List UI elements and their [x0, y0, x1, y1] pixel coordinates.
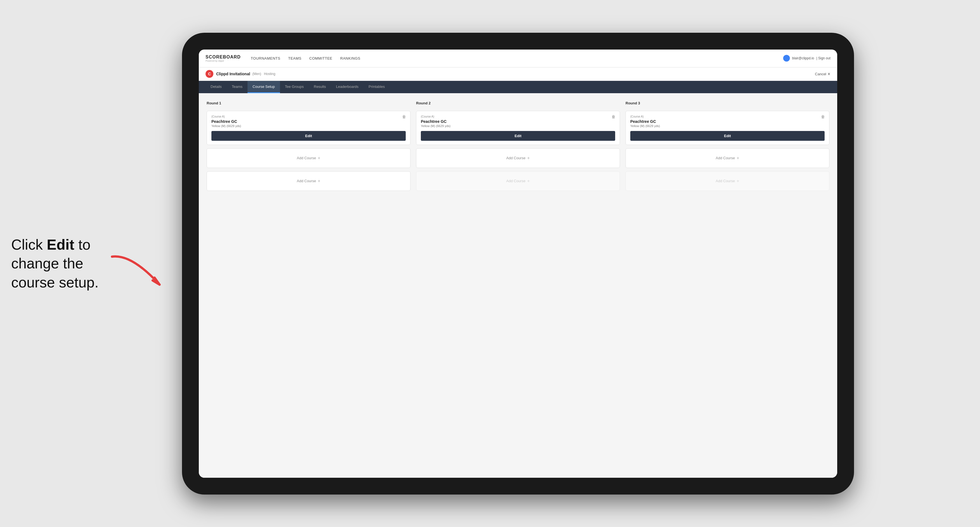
nav-committee[interactable]: COMMITTEE: [309, 56, 332, 60]
logo-sub: Powered by clippd: [205, 60, 241, 62]
main-content: Round 1 (Course A) Peachtree GC Yellow (…: [199, 93, 837, 478]
logo-area: SCOREBOARD Powered by clippd: [205, 55, 241, 62]
round-1-course-tag: (Course A): [212, 115, 406, 118]
round-1-delete-icon[interactable]: 🗑: [401, 114, 407, 119]
nav-rankings[interactable]: RANKINGS: [340, 56, 360, 60]
tournament-gender: (Men): [252, 72, 261, 76]
tab-course-setup[interactable]: Course Setup: [248, 81, 280, 93]
round-3-label: Round 3: [625, 101, 829, 105]
round-2-course-tag: (Course A): [421, 115, 615, 118]
round-1-course-name: Peachtree GC: [212, 119, 406, 124]
round-2-course-card: (Course A) Peachtree GC Yellow (M) (6629…: [416, 111, 620, 145]
cancel-button[interactable]: Cancel ✕: [815, 72, 830, 76]
round-2-add-course-1[interactable]: Add Course +: [416, 148, 620, 168]
add-course-text: Add Course +: [297, 156, 320, 160]
user-email: blair@clippd.io: [792, 56, 814, 60]
nav-teams[interactable]: TEAMS: [288, 56, 301, 60]
plus-icon: +: [318, 156, 320, 160]
round-1-course-card: (Course A) Peachtree GC Yellow (M) (6629…: [207, 111, 410, 145]
round-2-delete-icon[interactable]: 🗑: [611, 114, 616, 119]
round-3-course-card: (Course A) Peachtree GC Yellow (M) (6629…: [625, 111, 829, 145]
round-2-edit-button[interactable]: Edit: [421, 131, 615, 141]
round-3-column: Round 3 (Course A) Peachtree GC Yellow (…: [625, 101, 829, 191]
user-avatar: [783, 55, 790, 62]
round-3-course-tag: (Course A): [630, 115, 825, 118]
tab-results[interactable]: Results: [309, 81, 331, 93]
round-2-course-name: Peachtree GC: [421, 119, 615, 124]
bold-edit: Edit: [47, 236, 74, 252]
round-1-edit-button[interactable]: Edit: [212, 131, 406, 141]
tab-tee-groups[interactable]: Tee Groups: [280, 81, 309, 93]
round-3-course-tee: Yellow (M) (6629 yds): [630, 124, 825, 128]
tab-details[interactable]: Details: [205, 81, 227, 93]
add-course-text-r2: Add Course +: [506, 156, 530, 160]
add-course-text-r3: Add Course +: [716, 156, 739, 160]
round-3-course-name: Peachtree GC: [630, 119, 825, 124]
nav-links: TOURNAMENTS TEAMS COMMITTEE RANKINGS: [251, 56, 783, 60]
round-2-add-course-2: Add Course +: [416, 171, 620, 191]
round-1-column: Round 1 (Course A) Peachtree GC Yellow (…: [207, 101, 410, 191]
round-3-add-course-1[interactable]: Add Course +: [625, 148, 829, 168]
plus-icon-2: +: [318, 179, 320, 184]
tab-bar: Details Teams Course Setup Tee Groups Re…: [199, 81, 837, 93]
round-2-column: Round 2 (Course A) Peachtree GC Yellow (…: [416, 101, 620, 191]
round-1-course-tee: Yellow (M) (6629 yds): [212, 124, 406, 128]
close-icon: ✕: [827, 72, 830, 76]
tournament-status: Hosting: [264, 72, 275, 76]
tablet-device: SCOREBOARD Powered by clippd TOURNAMENTS…: [182, 33, 854, 495]
round-2-course-tee: Yellow (M) (6629 yds): [421, 124, 615, 128]
round-1-add-course-2[interactable]: Add Course +: [207, 171, 410, 191]
tournament-name: Clippd Invitational: [216, 71, 250, 76]
top-nav: SCOREBOARD Powered by clippd TOURNAMENTS…: [199, 49, 837, 67]
plus-icon-r3: +: [737, 156, 739, 160]
plus-icon-r2-2: +: [527, 179, 530, 184]
add-course-text-r3-2: Add Course +: [716, 179, 739, 184]
add-course-text-r2-2: Add Course +: [506, 179, 530, 184]
nav-tournaments[interactable]: TOURNAMENTS: [251, 56, 280, 60]
plus-icon-r2: +: [527, 156, 530, 160]
tablet-screen: SCOREBOARD Powered by clippd TOURNAMENTS…: [199, 49, 837, 478]
tab-leaderboards[interactable]: Leaderboards: [331, 81, 363, 93]
tournament-logo: C: [205, 70, 213, 78]
logo-scoreboard: SCOREBOARD: [205, 55, 241, 60]
tab-printables[interactable]: Printables: [363, 81, 390, 93]
round-2-label: Round 2: [416, 101, 620, 105]
sign-out-link[interactable]: | Sign out: [816, 56, 830, 60]
rounds-grid: Round 1 (Course A) Peachtree GC Yellow (…: [207, 101, 829, 191]
round-1-label: Round 1: [207, 101, 410, 105]
round-3-edit-button[interactable]: Edit: [630, 131, 825, 141]
tab-teams[interactable]: Teams: [227, 81, 248, 93]
add-course-text-2: Add Course +: [297, 179, 320, 184]
tournament-bar: C Clippd Invitational (Men) Hosting Canc…: [199, 67, 837, 81]
plus-icon-r3-2: +: [737, 179, 739, 184]
nav-right: blair@clippd.io | Sign out: [783, 55, 830, 62]
round-3-delete-icon[interactable]: 🗑: [820, 114, 826, 119]
round-3-add-course-2: Add Course +: [625, 171, 829, 191]
round-1-add-course-1[interactable]: Add Course +: [207, 148, 410, 168]
